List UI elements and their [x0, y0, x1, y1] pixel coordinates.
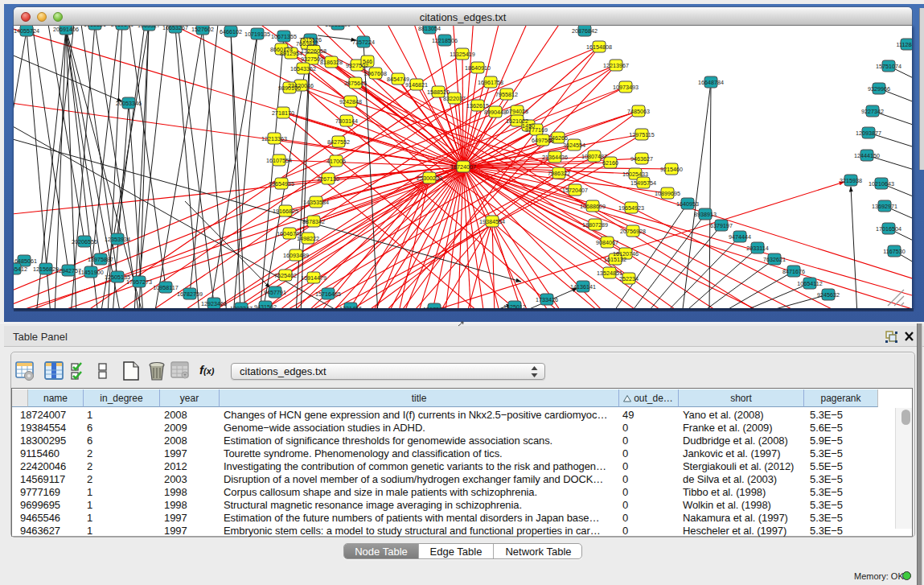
svg-text:19166825: 19166825 — [273, 208, 298, 215]
svg-text:2718170: 2718170 — [272, 109, 294, 117]
svg-text:16648784: 16648784 — [698, 79, 724, 86]
svg-text:16914479: 16914479 — [301, 274, 326, 282]
svg-text:1065326: 1065326 — [84, 26, 106, 28]
svg-text:12218506: 12218506 — [432, 37, 458, 44]
svg-text:10719135: 10719135 — [244, 31, 270, 38]
svg-text:10688609: 10688609 — [580, 203, 606, 210]
svg-text:16485061: 16485061 — [14, 257, 37, 265]
svg-text:9245632: 9245632 — [817, 291, 840, 299]
svg-text:15716485: 15716485 — [315, 290, 341, 298]
svg-text:12444150: 12444150 — [854, 152, 880, 159]
svg-text:14055724: 14055724 — [14, 27, 39, 35]
svg-text:13975887: 13975887 — [88, 256, 113, 263]
svg-text:1615132: 1615132 — [604, 256, 626, 263]
svg-text:9329966: 9329966 — [868, 85, 890, 93]
svg-text:16107554: 16107554 — [266, 157, 292, 164]
svg-text:15495754: 15495754 — [630, 179, 656, 187]
svg-text:9242848: 9242848 — [339, 98, 362, 105]
svg-text:3624554: 3624554 — [563, 142, 585, 149]
svg-text:9890100: 9890100 — [278, 84, 301, 92]
svg-text:12942757: 12942757 — [55, 267, 81, 274]
svg-text:8186328: 8186328 — [320, 59, 343, 66]
svg-text:15720407: 15720407 — [562, 187, 588, 194]
svg-text:15751074: 15751074 — [876, 63, 901, 70]
svg-text:13692971: 13692971 — [872, 203, 897, 210]
svg-text:9215460: 9215460 — [660, 166, 683, 173]
svg-text:7625402: 7625402 — [274, 272, 297, 279]
svg-text:14353584: 14353584 — [303, 199, 329, 206]
svg-text:546: 546 — [363, 58, 372, 65]
svg-text:8912954: 8912954 — [280, 50, 302, 57]
svg-text:6497568: 6497568 — [532, 137, 554, 144]
svg-text:7986322: 7986322 — [548, 170, 570, 177]
svg-text:10958117: 10958117 — [153, 284, 178, 291]
svg-text:7485063: 7485063 — [627, 108, 650, 115]
svg-text:20756928: 20756928 — [620, 228, 646, 235]
svg-text:9431562: 9431562 — [254, 303, 277, 309]
svg-text:17016504: 17016504 — [876, 225, 901, 233]
svg-text:3215938: 3215938 — [840, 177, 862, 184]
svg-text:7663822: 7663822 — [296, 40, 318, 47]
svg-text:9457791: 9457791 — [264, 289, 286, 296]
svg-text:9474444: 9474444 — [729, 233, 751, 241]
svg-text:21364436: 21364436 — [542, 154, 568, 161]
svg-text:18724007: 18724007 — [450, 163, 476, 171]
svg-text:1498222: 1498222 — [297, 235, 319, 242]
svg-text:1065327: 1065327 — [138, 26, 160, 29]
svg-text:3267130: 3267130 — [317, 175, 339, 183]
svg-text:16033809: 16033809 — [325, 26, 351, 28]
svg-text:8878342: 8878342 — [302, 218, 325, 225]
svg-text:8990448: 8990448 — [484, 109, 507, 116]
svg-text:39155412: 39155412 — [14, 266, 27, 273]
svg-text:1112841: 1112841 — [897, 41, 912, 48]
svg-text:20206556: 20206556 — [72, 238, 97, 245]
svg-text:10025433: 10025433 — [622, 171, 648, 178]
svg-text:10671355: 10671355 — [271, 33, 297, 40]
svg-text:10973493: 10973493 — [613, 84, 639, 91]
svg-text:9463627: 9463627 — [630, 155, 653, 163]
svg-text:16093489: 16093489 — [283, 252, 309, 259]
svg-text:10654112: 10654112 — [797, 280, 822, 287]
svg-text:1567283: 1567283 — [423, 306, 446, 309]
svg-text:13226058: 13226058 — [301, 47, 326, 55]
svg-text:12923466: 12923466 — [201, 300, 227, 307]
svg-text:9227342: 9227342 — [861, 108, 884, 115]
svg-text:25300233: 25300233 — [417, 175, 442, 182]
svg-text:16543362: 16543362 — [290, 65, 316, 72]
svg-text:7803144: 7803144 — [335, 117, 358, 125]
svg-text:1167530: 1167530 — [883, 248, 905, 255]
svg-text:6379197: 6379197 — [710, 222, 733, 229]
svg-text:19654935: 19654935 — [269, 180, 294, 187]
svg-text:17957273: 17957273 — [126, 278, 152, 286]
svg-text:8471676: 8471676 — [782, 268, 805, 275]
svg-text:20876842: 20876842 — [572, 27, 598, 35]
svg-text:18640910: 18640910 — [465, 64, 491, 72]
svg-text:3875645: 3875645 — [344, 80, 367, 87]
svg-text:8813054: 8813054 — [418, 26, 441, 32]
svg-text:16782759: 16782759 — [177, 290, 203, 298]
svg-text:16154808: 16154808 — [586, 43, 612, 51]
svg-text:1292347: 1292347 — [230, 305, 253, 309]
svg-text:12093877: 12093877 — [856, 130, 881, 137]
svg-text:252234: 252234 — [619, 275, 639, 282]
svg-text:14136141: 14136141 — [570, 283, 596, 290]
svg-text:6794028: 6794028 — [506, 108, 528, 115]
svg-text:9084067: 9084067 — [596, 239, 618, 246]
svg-text:62160: 62160 — [602, 159, 618, 167]
svg-text:7955812: 7955812 — [495, 91, 518, 98]
svg-text:417006: 417006 — [326, 158, 346, 165]
svg-text:7632621: 7632621 — [763, 256, 786, 263]
svg-text:19384554: 19384554 — [479, 218, 505, 225]
svg-text:11325419: 11325419 — [450, 51, 474, 58]
svg-text:19654923: 19654923 — [618, 204, 644, 212]
svg-text:12213363: 12213363 — [261, 135, 287, 142]
svg-text:12353934: 12353934 — [105, 236, 130, 243]
svg-text:12975115: 12975115 — [629, 131, 654, 138]
svg-text:20691406: 20691406 — [53, 26, 79, 33]
svg-text:8322037: 8322037 — [443, 95, 466, 102]
svg-text:10653267: 10653267 — [162, 26, 188, 31]
svg-text:1425012: 1425012 — [503, 303, 526, 309]
svg-text:8938913: 8938913 — [694, 211, 717, 218]
svg-text:11451900: 11451900 — [78, 269, 103, 276]
svg-text:2933114: 2933114 — [746, 245, 768, 252]
